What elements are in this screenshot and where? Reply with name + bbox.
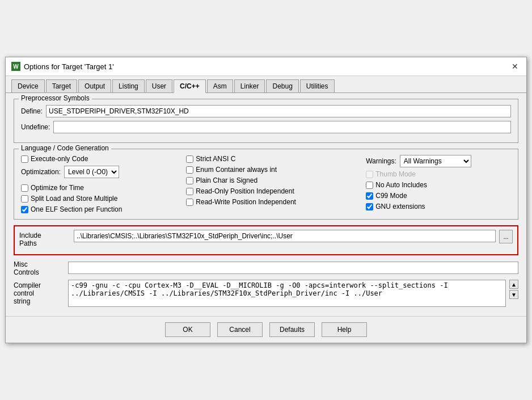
include-paths-section: Include Paths ... bbox=[14, 225, 518, 255]
ok-button[interactable]: OK bbox=[165, 322, 210, 337]
app-icon: W bbox=[11, 62, 20, 71]
misc-input[interactable] bbox=[68, 262, 518, 274]
dialog-footer: OK Cancel Defaults Help bbox=[6, 316, 526, 343]
tab-asm[interactable]: Asm bbox=[207, 79, 233, 92]
language-title: Language / Code Generation bbox=[19, 144, 111, 152]
read-only-pos-row: Read-Only Position Independent bbox=[186, 187, 360, 195]
title-bar-left: W Options for Target 'Target 1' bbox=[11, 62, 114, 71]
define-label: Define: bbox=[21, 107, 43, 115]
optimization-label: Optimization: bbox=[21, 168, 61, 176]
split-load-checkbox[interactable] bbox=[21, 195, 28, 203]
cancel-button[interactable]: Cancel bbox=[217, 322, 263, 337]
warnings-select[interactable]: All Warnings No Warnings MISRA compatibl… bbox=[400, 155, 471, 167]
execute-only-checkbox[interactable] bbox=[21, 155, 28, 163]
preprocessor-title: Preprocessor Symbols bbox=[19, 94, 92, 102]
split-load-row: Split Load and Store Multiple bbox=[21, 195, 180, 203]
undefine-row: Undefine: bbox=[21, 121, 511, 133]
c99-mode-label: C99 Mode bbox=[375, 192, 407, 200]
lang-col3: Warnings: All Warnings No Warnings MISRA… bbox=[366, 155, 511, 213]
include-paths-row: Include Paths ... bbox=[19, 230, 513, 247]
optimize-time-row: Optimize for Time bbox=[21, 184, 180, 192]
main-content: Preprocessor Symbols Define: Undefine: L… bbox=[6, 93, 526, 316]
language-group: Language / Code Generation Execute-only … bbox=[14, 149, 518, 220]
plain-char-label: Plain Char is Signed bbox=[196, 176, 257, 184]
no-auto-includes-checkbox[interactable] bbox=[366, 182, 373, 189]
plain-char-row: Plain Char is Signed bbox=[186, 176, 360, 184]
tab-user[interactable]: User bbox=[146, 79, 172, 92]
gnu-extensions-checkbox[interactable] bbox=[366, 203, 373, 210]
warnings-row: Warnings: All Warnings No Warnings MISRA… bbox=[366, 155, 511, 167]
read-write-pos-checkbox[interactable] bbox=[186, 199, 193, 206]
tab-target[interactable]: Target bbox=[46, 79, 77, 92]
warnings-label: Warnings: bbox=[366, 157, 396, 165]
compiler-scroll-up-button[interactable]: ▲ bbox=[509, 280, 518, 289]
include-paths-browse-button[interactable]: ... bbox=[499, 230, 513, 243]
c99-mode-checkbox[interactable] bbox=[366, 192, 373, 200]
no-auto-includes-label: No Auto Includes bbox=[375, 181, 427, 189]
tab-listing[interactable]: Listing bbox=[112, 79, 145, 92]
title-bar: W Options for Target 'Target 1' ✕ bbox=[6, 57, 526, 76]
read-write-pos-label: Read-Write Position Independent bbox=[196, 198, 296, 206]
undefine-input[interactable] bbox=[53, 121, 511, 133]
tab-output[interactable]: Output bbox=[78, 79, 111, 92]
define-input[interactable] bbox=[46, 105, 511, 117]
undefine-label: Undefine: bbox=[21, 123, 50, 131]
misc-label: Misc Controls bbox=[14, 259, 65, 276]
compiler-textarea[interactable] bbox=[68, 280, 506, 307]
tab-cpp[interactable]: C/C++ bbox=[174, 79, 206, 93]
optimize-time-label: Optimize for Time bbox=[31, 184, 84, 192]
defaults-button[interactable]: Defaults bbox=[269, 322, 315, 337]
compiler-scroll-down-button[interactable]: ▼ bbox=[509, 290, 518, 299]
optimization-select[interactable]: Level 0 (-O0) Level 1 (-O1) Level 2 (-O2… bbox=[64, 166, 119, 178]
lang-col1: Execute-only Code Optimization: Level 0 … bbox=[21, 155, 180, 213]
misc-row: Misc Controls bbox=[14, 259, 518, 276]
compiler-section: Compiler control string ▲ ▼ bbox=[14, 280, 518, 307]
execute-only-row: Execute-only Code bbox=[21, 155, 180, 163]
enum-container-checkbox[interactable] bbox=[186, 166, 193, 174]
enum-container-label: Enum Container always int bbox=[196, 166, 277, 174]
thumb-mode-checkbox[interactable] bbox=[366, 171, 373, 178]
thumb-mode-label: Thumb Mode bbox=[375, 170, 416, 178]
define-row: Define: bbox=[21, 105, 511, 117]
strict-ansi-checkbox[interactable] bbox=[186, 155, 193, 163]
preprocessor-group: Preprocessor Symbols Define: Undefine: bbox=[14, 99, 518, 143]
tab-linker[interactable]: Linker bbox=[234, 79, 265, 92]
close-button[interactable]: ✕ bbox=[509, 61, 521, 72]
gnu-extensions-row: GNU extensions bbox=[366, 203, 511, 210]
plain-char-checkbox[interactable] bbox=[186, 177, 193, 184]
help-button[interactable]: Help bbox=[322, 322, 367, 337]
enum-container-row: Enum Container always int bbox=[186, 166, 360, 174]
optimize-time-checkbox[interactable] bbox=[21, 184, 28, 192]
split-load-label: Split Load and Store Multiple bbox=[31, 195, 117, 203]
lang-col2: Strict ANSI C Enum Container always int … bbox=[186, 155, 360, 213]
no-auto-includes-row: No Auto Includes bbox=[366, 181, 511, 189]
optimization-row: Optimization: Level 0 (-O0) Level 1 (-O1… bbox=[21, 166, 180, 178]
tab-utilities[interactable]: Utilities bbox=[300, 79, 335, 92]
one-elf-label: One ELF Section per Function bbox=[31, 205, 122, 213]
tab-debug[interactable]: Debug bbox=[266, 79, 298, 92]
strict-ansi-label: Strict ANSI C bbox=[196, 155, 235, 163]
include-paths-label: Include Paths bbox=[19, 230, 70, 247]
thumb-mode-row: Thumb Mode bbox=[366, 170, 511, 178]
read-only-pos-checkbox[interactable] bbox=[186, 188, 193, 195]
compiler-scroll-buttons: ▲ ▼ bbox=[509, 280, 518, 299]
one-elf-checkbox[interactable] bbox=[21, 206, 28, 213]
c99-mode-row: C99 Mode bbox=[366, 192, 511, 200]
execute-only-label: Execute-only Code bbox=[31, 155, 88, 163]
read-only-pos-label: Read-Only Position Independent bbox=[196, 187, 294, 195]
strict-ansi-row: Strict ANSI C bbox=[186, 155, 360, 163]
one-elf-row: One ELF Section per Function bbox=[21, 205, 180, 213]
gnu-extensions-label: GNU extensions bbox=[375, 203, 425, 210]
compiler-label: Compiler control string bbox=[14, 280, 65, 305]
dialog-title: Options for Target 'Target 1' bbox=[24, 62, 114, 71]
tabs-bar: Device Target Output Listing User C/C++ … bbox=[6, 76, 526, 93]
include-paths-input[interactable] bbox=[74, 230, 496, 242]
tab-device[interactable]: Device bbox=[11, 79, 45, 92]
dialog: W Options for Target 'Target 1' ✕ Device… bbox=[5, 57, 527, 343]
read-write-pos-row: Read-Write Position Independent bbox=[186, 198, 360, 206]
